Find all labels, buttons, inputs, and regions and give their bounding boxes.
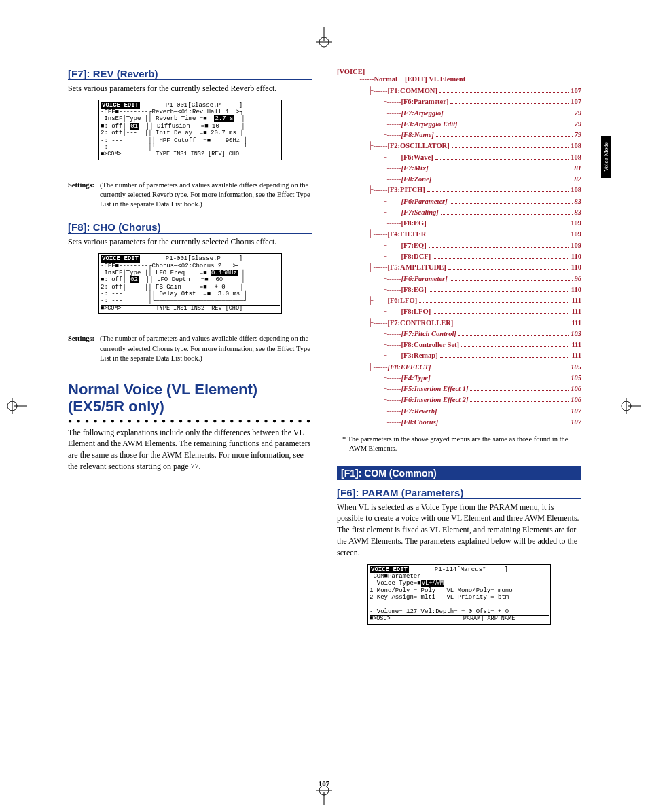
- tree-item-label: [F8:LFO]: [401, 306, 431, 317]
- tree-item: ├------[F1:COMMON]107: [368, 86, 581, 96]
- settings-cho: Settings: (The number of parameters and …: [68, 334, 312, 363]
- lcd-row: ■: off│ 01 ││ Diffusion =■ 10 │: [101, 123, 280, 130]
- tree-item-page: 81: [575, 163, 582, 174]
- tree-item-label: [F5:AMPLITUDE]: [387, 262, 446, 273]
- tree-item: ├------[F6:Parameter]96: [382, 274, 581, 284]
- tree-item-label: [F8:Name]: [401, 130, 433, 141]
- right-column: [VOICE] └------Normal + [EDIT] VL Elemen…: [337, 68, 581, 630]
- tree-item: ├------[F6:Wave]108: [382, 152, 581, 163]
- tree-item-label: [F8:Controller Set]: [401, 339, 459, 350]
- crop-mark-bottom: [310, 785, 338, 805]
- tree-item-page: 107: [571, 86, 581, 96]
- lcd-row: -EFF■--------┌Chorus─<02:Chorus 2 >┐: [101, 263, 280, 270]
- tree-item-page: 103: [571, 329, 581, 339]
- tree-item: ├------[F3:Arpeggio Edit]79: [382, 119, 581, 130]
- tree-item-page: 110: [571, 262, 581, 273]
- tree-item-page: 111: [571, 295, 581, 306]
- tree-item-page: 109: [571, 229, 581, 240]
- heading-rev: [F7]: REV (Reverb): [68, 68, 312, 80]
- heading-cho: [F8]: CHO (Chorus): [68, 221, 312, 234]
- lcd-row: ■: off│ 02 ││ LFO Depth =■ 60 │: [101, 276, 280, 283]
- tree-item-page: 106: [571, 384, 581, 394]
- tree-item-page: 111: [571, 306, 581, 317]
- side-tab: Voice Mode: [601, 136, 611, 178]
- tree-item: ├------[F2:OSCILLATOR]108: [368, 141, 581, 151]
- tree-item-label: [F6:Parameter]: [401, 96, 448, 107]
- crop-mark-top: [310, 27, 338, 48]
- lcd-header: VOICE EDIT: [101, 255, 140, 262]
- tree-item: ├------[F5:Insertion Effect 1]106: [382, 384, 581, 394]
- tree-item-label: [F8:Zone]: [401, 174, 431, 185]
- lcd-row: 1 Mono/Poly = Poly VL Mono/Poly= mono: [370, 587, 549, 594]
- tree-item: ├------[F4:Type]105: [382, 373, 581, 384]
- tree-item-page: 79: [575, 130, 582, 141]
- tree-item-page: 111: [571, 318, 581, 329]
- settings-text: (The number of parameters and values ava…: [100, 181, 312, 210]
- tree-item: ├------[F3:PITCH]108: [368, 185, 581, 196]
- tree-item-page: 109: [571, 218, 581, 229]
- lcd-row: -: --- │ ││ HPF Cutoff =■ 90Hz │: [101, 137, 280, 144]
- tree-item: ├------[F6:Parameter]107: [382, 96, 581, 107]
- lcd-row: -: [370, 601, 549, 608]
- tree-item-label: [F7:Pitch Control]: [401, 329, 456, 339]
- lcd-row: -COM■Parameter ─────────────────────────: [370, 573, 549, 580]
- tree-item-label: [F5:Insertion Effect 1]: [401, 384, 468, 394]
- tree-item-page: 83: [575, 196, 582, 207]
- tree-item-label: [F7:EQ]: [401, 240, 426, 251]
- tree-item-page: 79: [575, 119, 582, 130]
- dotline: ● ● ● ● ● ● ● ● ● ● ● ● ● ● ● ● ● ● ● ● …: [68, 417, 312, 424]
- tree-item-label: [F6:Insertion Effect 2]: [401, 394, 468, 405]
- lcd-row: InsEF│Type ││ Reverb Time =■ 2.7 s │: [101, 115, 280, 122]
- tree-item: ├------[F6:Parameter]83: [382, 196, 581, 207]
- lcd-row: 2: off│--- ││ FB Gain =■ + 0 │: [101, 284, 280, 291]
- tree-item: ├------[F7:Mix]81: [382, 163, 581, 174]
- svg-point-10: [622, 401, 631, 411]
- tree-item: ├------[F8:EG]109: [382, 218, 581, 229]
- tree-item-page: 107: [571, 96, 581, 107]
- lcd-header-right: P1-001[Glasse.P ]: [166, 255, 242, 262]
- tree: └------Normal + [EDIT] VL Element ├-----…: [337, 75, 581, 428]
- para-param: When VL is selected as a Voice Type from…: [337, 502, 581, 559]
- tree-item-page: 110: [571, 284, 581, 295]
- tree-item-page: 108: [571, 185, 581, 196]
- tree-item-page: 107: [571, 417, 581, 428]
- big-title-line2: (EX5/5R only): [68, 398, 164, 415]
- tree-item: ├------[F3:Remap]111: [382, 350, 581, 361]
- tree-item: ├------[F7:Pitch Control]103: [382, 329, 581, 339]
- tree-item: ├------[F8:LFO]111: [382, 306, 581, 317]
- tree-item-page: 108: [571, 152, 581, 163]
- crop-mark-left: [7, 392, 27, 420]
- tree-item-label: [F6:Parameter]: [401, 274, 447, 284]
- lcd-header-right: P1-001[Glasse.P ]: [166, 102, 242, 109]
- tree-item-page: 110: [571, 251, 581, 262]
- big-para: The following explanations include only …: [68, 427, 312, 473]
- tree-item-page: 82: [575, 174, 582, 185]
- tree-item-label: [F3:Arpeggio Edit]: [401, 119, 457, 130]
- tree-item-label: [F8:Chorus]: [401, 417, 438, 428]
- settings-text: (The number of parameters and values ava…: [100, 334, 312, 363]
- tree-item-label: [F6:Parameter]: [401, 196, 447, 207]
- tree-item-label: [F7:Scaling]: [401, 207, 438, 218]
- settings-label: Settings:: [68, 181, 94, 210]
- tree-item-page: 111: [571, 339, 581, 350]
- para-rev: Sets various parameters for the currentl…: [68, 83, 312, 94]
- svg-point-7: [7, 401, 17, 411]
- lcd-bottom: ■>COM> TYPE INS1 INS2 REV [CHO]: [101, 305, 280, 312]
- tree-item-label: [F7:CONTROLLER]: [387, 318, 453, 329]
- settings-rev: Settings: (The number of parameters and …: [68, 181, 312, 210]
- tree-item-label: [F3:PITCH]: [387, 185, 425, 196]
- tree-item-page: 108: [571, 141, 581, 151]
- tree-item: ├------[F7:EQ]109: [382, 240, 581, 251]
- page-number: 107: [0, 779, 648, 788]
- tree-item-label: [F8:EG]: [401, 218, 426, 229]
- tree-item-page: 83: [575, 207, 582, 218]
- lcd-row: InsEF│Type ││ LFO Freq =■ 0.168Hz │: [101, 270, 280, 276]
- tree-note: * The parameters in the above grayed men…: [337, 435, 581, 454]
- lcd-bottom: ■>OSC> [PARAM] ARP NAME: [370, 615, 549, 623]
- tree-item-label: [F1:COMMON]: [387, 86, 437, 96]
- tree-item-label: [F7:Mix]: [401, 163, 428, 174]
- lcd-row: Voice Type=■VL+AWM: [370, 580, 549, 587]
- lcd-row: -EFF■--------┌Reverb─<01:Rev Hall 1 >┐: [101, 109, 280, 115]
- tree-item-page: 105: [571, 373, 581, 384]
- tree-root: [VOICE]: [337, 68, 581, 75]
